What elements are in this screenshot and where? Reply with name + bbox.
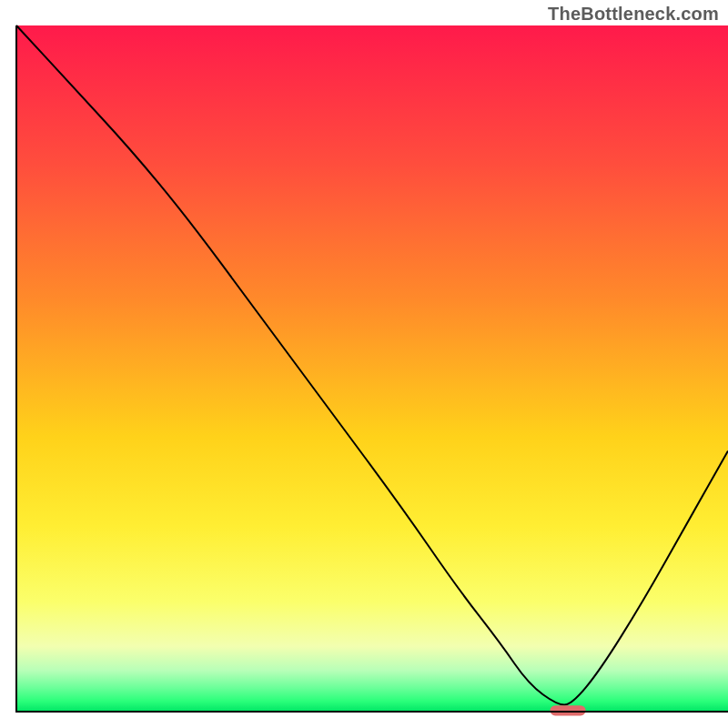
- plot-area: [16, 25, 728, 716]
- bottleneck-chart: TheBottleneck.com: [0, 0, 728, 728]
- gradient-background: [16, 25, 728, 712]
- chart-svg: [0, 0, 728, 728]
- watermark-text: TheBottleneck.com: [548, 4, 719, 25]
- optimal-marker: [551, 705, 586, 715]
